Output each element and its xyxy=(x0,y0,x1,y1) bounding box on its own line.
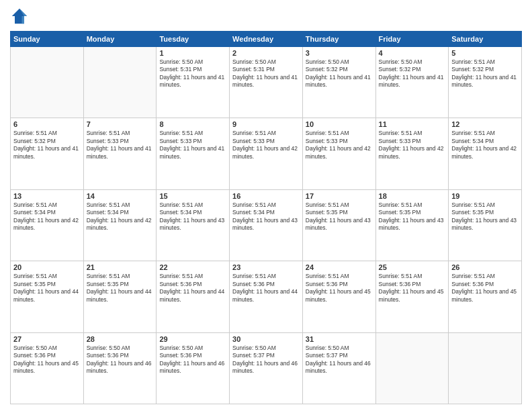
cell-info: Sunrise: 5:51 AM Sunset: 5:34 PM Dayligh… xyxy=(159,201,226,232)
cell-info: Sunrise: 5:51 AM Sunset: 5:36 PM Dayligh… xyxy=(451,273,519,304)
day-number: 7 xyxy=(87,120,154,128)
calendar-cell: 18Sunrise: 5:51 AM Sunset: 5:35 PM Dayli… xyxy=(375,189,449,261)
cell-info: Sunrise: 5:51 AM Sunset: 5:34 PM Dayligh… xyxy=(87,201,154,232)
calendar-cell: 9Sunrise: 5:51 AM Sunset: 5:33 PM Daylig… xyxy=(230,118,303,189)
calendar-cell: 17Sunrise: 5:51 AM Sunset: 5:35 PM Dayli… xyxy=(302,189,375,261)
day-number: 26 xyxy=(451,263,519,271)
day-number: 28 xyxy=(87,335,154,343)
calendar-table: SundayMondayTuesdayWednesdayThursdayFrid… xyxy=(10,31,522,404)
cell-info: Sunrise: 5:50 AM Sunset: 5:32 PM Dayligh… xyxy=(379,58,446,89)
cell-info: Sunrise: 5:51 AM Sunset: 5:33 PM Dayligh… xyxy=(159,130,226,161)
day-number: 10 xyxy=(306,120,373,128)
day-number: 25 xyxy=(379,263,446,271)
cell-info: Sunrise: 5:51 AM Sunset: 5:34 PM Dayligh… xyxy=(232,201,300,232)
day-number: 16 xyxy=(232,192,300,200)
cell-info: Sunrise: 5:51 AM Sunset: 5:35 PM Dayligh… xyxy=(306,201,373,232)
calendar-cell: 8Sunrise: 5:51 AM Sunset: 5:33 PM Daylig… xyxy=(157,118,230,189)
calendar-cell: 27Sunrise: 5:50 AM Sunset: 5:36 PM Dayli… xyxy=(11,332,84,404)
cell-info: Sunrise: 5:51 AM Sunset: 5:36 PM Dayligh… xyxy=(232,273,300,304)
calendar-cell xyxy=(449,332,522,404)
day-number: 17 xyxy=(306,192,373,200)
calendar-cell: 4Sunrise: 5:50 AM Sunset: 5:32 PM Daylig… xyxy=(375,47,449,118)
cell-info: Sunrise: 5:50 AM Sunset: 5:31 PM Dayligh… xyxy=(232,58,300,89)
calendar-cell: 5Sunrise: 5:51 AM Sunset: 5:32 PM Daylig… xyxy=(449,47,522,118)
day-number: 3 xyxy=(306,49,373,57)
day-number: 9 xyxy=(232,120,300,128)
calendar-cell: 23Sunrise: 5:51 AM Sunset: 5:36 PM Dayli… xyxy=(230,261,303,332)
day-number: 18 xyxy=(379,192,446,200)
calendar-cell: 30Sunrise: 5:50 AM Sunset: 5:37 PM Dayli… xyxy=(230,332,303,404)
calendar-cell xyxy=(375,332,449,404)
cell-info: Sunrise: 5:51 AM Sunset: 5:35 PM Dayligh… xyxy=(379,201,446,232)
calendar-cell: 7Sunrise: 5:51 AM Sunset: 5:33 PM Daylig… xyxy=(83,118,157,189)
calendar-cell: 21Sunrise: 5:51 AM Sunset: 5:35 PM Dayli… xyxy=(83,261,157,332)
calendar-cell: 13Sunrise: 5:51 AM Sunset: 5:34 PM Dayli… xyxy=(11,189,84,261)
day-number: 27 xyxy=(13,335,81,343)
cell-info: Sunrise: 5:50 AM Sunset: 5:36 PM Dayligh… xyxy=(13,345,81,375)
cell-info: Sunrise: 5:51 AM Sunset: 5:35 PM Dayligh… xyxy=(13,273,81,304)
day-number: 20 xyxy=(13,263,81,271)
day-header-thursday: Thursday xyxy=(302,32,375,47)
day-number: 30 xyxy=(232,335,300,343)
calendar-week-row: 27Sunrise: 5:50 AM Sunset: 5:36 PM Dayli… xyxy=(11,332,522,404)
day-number: 1 xyxy=(159,49,226,57)
calendar-cell xyxy=(83,47,157,118)
calendar-week-row: 13Sunrise: 5:51 AM Sunset: 5:34 PM Dayli… xyxy=(11,189,522,261)
calendar-header-row: SundayMondayTuesdayWednesdayThursdayFrid… xyxy=(11,32,522,47)
cell-info: Sunrise: 5:51 AM Sunset: 5:33 PM Dayligh… xyxy=(232,130,300,161)
day-number: 14 xyxy=(87,192,154,200)
cell-info: Sunrise: 5:51 AM Sunset: 5:36 PM Dayligh… xyxy=(159,273,226,304)
day-number: 19 xyxy=(451,192,519,200)
calendar-cell: 2Sunrise: 5:50 AM Sunset: 5:31 PM Daylig… xyxy=(230,47,303,118)
day-number: 2 xyxy=(232,49,300,57)
calendar-cell: 1Sunrise: 5:50 AM Sunset: 5:31 PM Daylig… xyxy=(157,47,230,118)
calendar-cell: 10Sunrise: 5:51 AM Sunset: 5:33 PM Dayli… xyxy=(302,118,375,189)
day-header-saturday: Saturday xyxy=(449,32,522,47)
calendar-cell: 16Sunrise: 5:51 AM Sunset: 5:34 PM Dayli… xyxy=(230,189,303,261)
day-header-wednesday: Wednesday xyxy=(230,32,303,47)
calendar-cell: 6Sunrise: 5:51 AM Sunset: 5:32 PM Daylig… xyxy=(11,118,84,189)
calendar-cell xyxy=(11,47,84,118)
day-number: 13 xyxy=(13,192,81,200)
day-number: 29 xyxy=(159,335,226,343)
calendar-cell: 19Sunrise: 5:51 AM Sunset: 5:35 PM Dayli… xyxy=(449,189,522,261)
day-header-monday: Monday xyxy=(83,32,157,47)
day-number: 23 xyxy=(232,263,300,271)
day-number: 31 xyxy=(306,335,373,343)
calendar-cell: 31Sunrise: 5:50 AM Sunset: 5:37 PM Dayli… xyxy=(302,332,375,404)
calendar-week-row: 1Sunrise: 5:50 AM Sunset: 5:31 PM Daylig… xyxy=(11,47,522,118)
cell-info: Sunrise: 5:51 AM Sunset: 5:36 PM Dayligh… xyxy=(306,273,373,304)
day-number: 11 xyxy=(379,120,446,128)
day-header-friday: Friday xyxy=(375,32,449,47)
day-number: 24 xyxy=(306,263,373,271)
cell-info: Sunrise: 5:51 AM Sunset: 5:35 PM Dayligh… xyxy=(451,201,519,232)
calendar-week-row: 20Sunrise: 5:51 AM Sunset: 5:35 PM Dayli… xyxy=(11,261,522,332)
logo-icon xyxy=(10,7,29,26)
day-number: 5 xyxy=(451,49,519,57)
day-number: 15 xyxy=(159,192,226,200)
cell-info: Sunrise: 5:50 AM Sunset: 5:36 PM Dayligh… xyxy=(87,345,154,375)
cell-info: Sunrise: 5:51 AM Sunset: 5:32 PM Dayligh… xyxy=(13,130,81,161)
calendar-cell: 25Sunrise: 5:51 AM Sunset: 5:36 PM Dayli… xyxy=(375,261,449,332)
calendar-cell: 14Sunrise: 5:51 AM Sunset: 5:34 PM Dayli… xyxy=(83,189,157,261)
cell-info: Sunrise: 5:50 AM Sunset: 5:32 PM Dayligh… xyxy=(306,58,373,89)
day-header-tuesday: Tuesday xyxy=(157,32,230,47)
cell-info: Sunrise: 5:50 AM Sunset: 5:36 PM Dayligh… xyxy=(159,345,226,375)
day-number: 22 xyxy=(159,263,226,271)
day-number: 6 xyxy=(13,120,81,128)
calendar-cell: 28Sunrise: 5:50 AM Sunset: 5:36 PM Dayli… xyxy=(83,332,157,404)
cell-info: Sunrise: 5:50 AM Sunset: 5:37 PM Dayligh… xyxy=(306,345,373,375)
cell-info: Sunrise: 5:51 AM Sunset: 5:33 PM Dayligh… xyxy=(306,130,373,161)
calendar-cell: 12Sunrise: 5:51 AM Sunset: 5:34 PM Dayli… xyxy=(449,118,522,189)
cell-info: Sunrise: 5:51 AM Sunset: 5:33 PM Dayligh… xyxy=(379,130,446,161)
cell-info: Sunrise: 5:51 AM Sunset: 5:35 PM Dayligh… xyxy=(87,273,154,304)
cell-info: Sunrise: 5:50 AM Sunset: 5:31 PM Dayligh… xyxy=(159,58,226,89)
cell-info: Sunrise: 5:51 AM Sunset: 5:33 PM Dayligh… xyxy=(87,130,154,161)
cell-info: Sunrise: 5:51 AM Sunset: 5:34 PM Dayligh… xyxy=(451,130,519,161)
calendar-cell: 24Sunrise: 5:51 AM Sunset: 5:36 PM Dayli… xyxy=(302,261,375,332)
calendar-cell: 20Sunrise: 5:51 AM Sunset: 5:35 PM Dayli… xyxy=(11,261,84,332)
day-number: 12 xyxy=(451,120,519,128)
header xyxy=(10,7,522,26)
calendar-cell: 29Sunrise: 5:50 AM Sunset: 5:36 PM Dayli… xyxy=(157,332,230,404)
calendar-cell: 26Sunrise: 5:51 AM Sunset: 5:36 PM Dayli… xyxy=(449,261,522,332)
